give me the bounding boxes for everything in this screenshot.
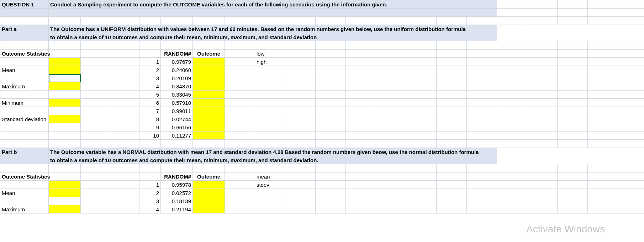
- input-cell[interactable]: [49, 58, 81, 66]
- table-row: to obtain a sample of 10 outcomes and co…: [0, 156, 644, 164]
- outcome-cell[interactable]: [193, 99, 225, 107]
- table-row: Part b The Outcome variable has a NORMAL…: [0, 148, 644, 156]
- row-index: 1: [139, 58, 161, 66]
- table-row: [0, 41, 644, 50]
- outcome-cell[interactable]: [193, 123, 225, 132]
- table-row: Outcome Statistics RANDOM# Outcome low: [0, 50, 644, 58]
- part-a-line1: The Outcome has a UNIFORM distribution w…: [50, 26, 466, 32]
- outcome-cell[interactable]: [193, 181, 225, 189]
- table-row: Maximum 4 0.84370: [0, 82, 644, 91]
- table-row: 1 0.95978 stdev: [0, 181, 644, 189]
- part-a-label: Part a: [0, 25, 49, 33]
- param-high: high: [255, 58, 285, 66]
- stat-max-b: Maximum: [0, 205, 49, 213]
- part-b-line1: The Outcome variable has a NORMAL distri…: [50, 149, 479, 155]
- col-outcome-header-b: Outcome: [193, 173, 225, 181]
- table-row: 10 0.11277: [0, 132, 644, 140]
- input-cell[interactable]: [49, 82, 81, 91]
- table-row: Maximum 4 0.21194: [0, 205, 644, 213]
- table-row: 3 0.18139: [0, 197, 644, 205]
- outcome-stats-header-b: Outcome Statistics: [0, 173, 49, 181]
- question-label: QUESTION 1: [0, 0, 49, 9]
- param-low: low: [255, 50, 285, 58]
- outcome-cell[interactable]: [193, 82, 225, 91]
- table-row: 9 0.66156: [0, 123, 644, 132]
- stat-min: Minimum: [0, 99, 49, 107]
- table-row: [0, 164, 644, 173]
- outcome-cell[interactable]: [193, 115, 225, 123]
- table-row: QUESTION 1 Conduct a Sampling experiment…: [0, 0, 644, 9]
- outcome-cell[interactable]: [193, 132, 225, 140]
- outcome-cell[interactable]: [193, 58, 225, 66]
- question-text-cell: Conduct a Sampling experiment to compute…: [49, 0, 497, 9]
- outcome-cell[interactable]: [193, 189, 225, 197]
- stat-std: Standard deviation: [0, 115, 49, 123]
- input-cell[interactable]: [49, 181, 81, 189]
- table-row: 3 0.20109: [0, 74, 644, 82]
- input-cell[interactable]: [49, 66, 81, 74]
- question-text: Conduct a Sampling experiment to compute…: [50, 1, 387, 7]
- question-label-text: QUESTION 1: [2, 1, 34, 7]
- col-random-header-b: RANDOM#: [161, 173, 193, 181]
- table-row: Mean 2 0.02572: [0, 189, 644, 197]
- table-row: 1 0.97679 high: [0, 58, 644, 66]
- table-row: 5 0.33045: [0, 91, 644, 99]
- stat-max: Maximum: [0, 82, 49, 91]
- table-row: Standard deviation 8 0.02744: [0, 115, 644, 123]
- param-stdev: stdev: [255, 181, 285, 189]
- input-cell[interactable]: [49, 115, 81, 123]
- table-row: Part a The Outcome has a UNIFORM distrib…: [0, 25, 644, 33]
- stat-mean-b: Mean: [0, 189, 49, 197]
- outcome-cell[interactable]: [193, 197, 225, 205]
- part-b-line2: to obtain a sample of 10 outcomes and co…: [50, 157, 318, 163]
- selected-cell[interactable]: [49, 74, 81, 82]
- input-cell[interactable]: [49, 189, 81, 197]
- stat-mean: Mean: [0, 66, 49, 74]
- table-row: [0, 17, 644, 25]
- table-row: 7 0.99011: [0, 107, 644, 115]
- param-mean: mean: [255, 173, 285, 181]
- table-row: Outcome Statistics RANDOM# Outcome mean: [0, 173, 644, 181]
- spreadsheet[interactable]: QUESTION 1 Conduct a Sampling experiment…: [0, 0, 644, 213]
- outcome-cell[interactable]: [193, 107, 225, 115]
- outcome-cell[interactable]: [193, 74, 225, 82]
- outcome-cell[interactable]: [193, 66, 225, 74]
- table-row: Minimum 6 0.57910: [0, 99, 644, 107]
- table-row: to obtain a sample of 10 outcomes and co…: [0, 33, 644, 41]
- input-cell[interactable]: [49, 205, 81, 213]
- outcome-stats-header: Outcome Statistics: [0, 50, 49, 58]
- random-value: 0.97679: [161, 58, 193, 66]
- input-cell[interactable]: [49, 99, 81, 107]
- table-row: [0, 9, 644, 17]
- col-outcome-header: Outcome: [193, 50, 225, 58]
- outcome-cell[interactable]: [193, 205, 225, 213]
- outcome-cell[interactable]: [193, 91, 225, 99]
- part-b-label: Part b: [0, 148, 49, 156]
- table-row: Mean 2 0.24060: [0, 66, 644, 74]
- part-a-line2: to obtain a sample of 10 outcomes and co…: [50, 34, 317, 40]
- col-random-header: RANDOM#: [161, 50, 193, 58]
- table-row: [0, 140, 644, 148]
